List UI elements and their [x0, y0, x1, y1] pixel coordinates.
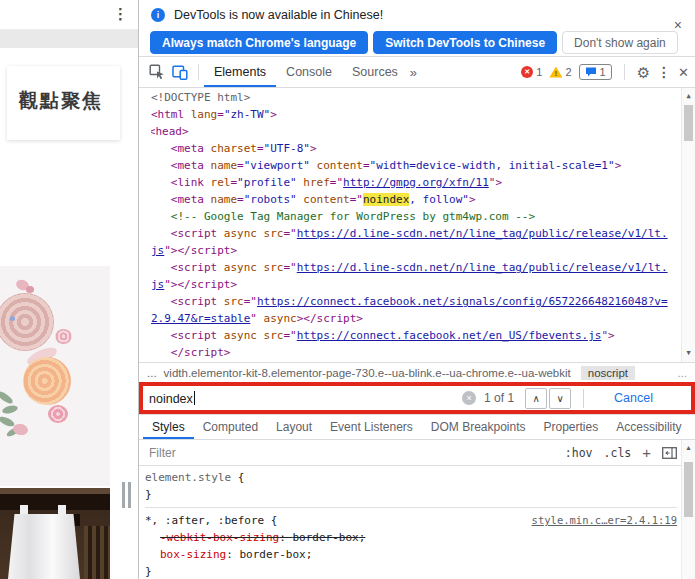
code-line[interactable]: <script async src="https://d.line-scdn.n…	[151, 261, 681, 278]
banner-message: DevTools is now available in Chinese!	[174, 8, 383, 22]
divider	[198, 64, 199, 80]
code-line[interactable]: js"></script>	[151, 278, 681, 295]
issues-icon	[585, 67, 597, 77]
search-input[interactable]: noindex	[149, 391, 462, 406]
code-line[interactable]: 2.9.47&r=stable" async></script>	[151, 312, 681, 329]
interior-photo[interactable]	[0, 488, 110, 579]
tab-elements[interactable]: Elements	[204, 57, 276, 87]
background-page: ⋮ 觀點聚焦	[0, 0, 138, 579]
next-match-button[interactable]: ∨	[549, 388, 571, 409]
tab-styles[interactable]: Styles	[143, 415, 194, 439]
tab-layout[interactable]: Layout	[267, 415, 321, 439]
code-line[interactable]: <script async src="https://d.line-scdn.n…	[151, 227, 681, 244]
previous-match-button[interactable]: ∧	[525, 388, 547, 409]
banner-button-don-t-show-again[interactable]: Don't show again	[562, 31, 678, 54]
issues-badge[interactable]: 1	[579, 64, 612, 80]
banner-button-always-match-chrome-s-language[interactable]: Always match Chrome's language	[150, 31, 368, 54]
breadcrumb-bar: ... vidth.elementor-kit-8.elementor-page…	[139, 362, 695, 382]
style-source-link[interactable]: style.min.c…er=2.4.1:19	[532, 512, 677, 529]
rule-selector[interactable]: element.style	[145, 471, 231, 484]
devtools-panel: i DevTools is now available in Chinese! …	[138, 0, 695, 579]
elements-tree[interactable]: <!DOCTYPE html><html lang="zh-TW">▼<head…	[139, 88, 695, 362]
scrollbar-thumb[interactable]	[684, 462, 693, 517]
more-tabs-icon[interactable]: »	[410, 65, 417, 80]
banner-button-switch-devtools-to-chinese[interactable]: Switch DevTools to Chinese	[373, 31, 557, 54]
devtools-kebab-icon[interactable]: ⋮	[657, 64, 671, 80]
styles-tab-bar: StylesComputedLayoutEvent ListenersDOM B…	[139, 415, 695, 440]
code-line[interactable]: js"></script>	[151, 244, 681, 261]
divider	[624, 64, 625, 80]
scrollbar-thumb[interactable]	[684, 105, 693, 141]
code-line[interactable]: <meta name="viewport" content="width=dev…	[151, 159, 681, 176]
scroll-up-icon[interactable]: ▲	[682, 444, 695, 451]
toggle-hov-button[interactable]: :hov	[565, 446, 593, 460]
issues-count: 1	[600, 66, 606, 78]
page-grey-strip	[0, 30, 138, 48]
tab-computed[interactable]: Computed	[194, 415, 267, 439]
styles-lower-region: Filter :hov .cls + element.style {}*, :a…	[139, 440, 695, 579]
settings-gear-icon[interactable]: ⚙	[637, 65, 650, 80]
css-property[interactable]: box-sizing: border-box;	[145, 546, 677, 563]
status-area: ✕ 1 ! 2 1 ⚙ ⋮ ✕	[521, 64, 689, 80]
tab-event-listeners[interactable]: Event Listeners	[321, 415, 422, 439]
styles-scrollbar[interactable]: ▲	[681, 440, 695, 579]
styles-filter-input[interactable]: Filter	[149, 446, 554, 460]
toggle-cls-button[interactable]: .cls	[604, 446, 632, 460]
devtools-tabs: ElementsConsoleSources	[204, 57, 408, 87]
page-section-card: 觀點聚焦	[7, 66, 120, 140]
code-line[interactable]: ▼<head>	[151, 125, 681, 142]
code-line[interactable]: <meta name="robots" content="noindex, fo…	[151, 193, 681, 210]
code-line[interactable]: </script>	[151, 346, 681, 362]
screenshot-root: ⋮ 觀點聚焦 i DevTools is now available in Ch…	[0, 0, 695, 579]
breadcrumb-selected[interactable]: noscript	[581, 366, 635, 380]
scroll-up-icon[interactable]: ▲	[682, 90, 695, 103]
code-line[interactable]: <script async src="https://connect.faceb…	[151, 329, 681, 346]
warning-count: 2	[565, 66, 571, 78]
text-cursor	[194, 391, 195, 405]
panel-resize-handle[interactable]	[122, 482, 134, 508]
devtools-toolbar: ElementsConsoleSources » ✕ 1 ! 2 1 ⚙ ⋮	[139, 57, 695, 88]
error-badge[interactable]: ✕ 1	[521, 66, 542, 78]
breadcrumb[interactable]: vidth.elementor-kit-8.elementor-page-730…	[164, 367, 571, 379]
info-icon: i	[151, 8, 165, 22]
code-line[interactable]: <meta charset="UTF-8">	[151, 142, 681, 159]
style-rule: element.style {}	[145, 469, 677, 508]
page-topbar: ⋮	[0, 0, 138, 30]
code-line[interactable]: <html lang="zh-TW">	[151, 108, 681, 125]
scroll-down-icon[interactable]: ▼	[682, 347, 695, 360]
error-icon: ✕	[521, 66, 533, 78]
flowers-photo[interactable]	[0, 266, 110, 486]
new-style-rule-button[interactable]: +	[642, 444, 651, 461]
error-count: 1	[536, 66, 542, 78]
banner-close-icon[interactable]: ×	[674, 17, 682, 33]
code-line[interactable]: <link rel="profile" href="http://gmpg.or…	[151, 176, 681, 193]
code-scrollbar[interactable]: ▲ ▼	[681, 88, 695, 362]
device-toolbar-icon[interactable]	[170, 62, 190, 82]
code-line[interactable]: <script src="https://connect.facebook.ne…	[151, 295, 681, 312]
warning-icon: !	[549, 67, 562, 78]
page-kebab-menu-icon[interactable]: ⋮	[113, 4, 128, 24]
match-count: 1 of 1	[484, 391, 514, 405]
rule-selector[interactable]: *, :after, :before	[145, 514, 264, 527]
devtools-close-icon[interactable]: ✕	[678, 65, 689, 80]
crumbs-overflow-right[interactable]: ...	[677, 367, 687, 379]
code-line[interactable]: <!-- Google Tag Manager for WordPress by…	[151, 210, 681, 227]
language-banner: i DevTools is now available in Chinese! …	[139, 0, 695, 57]
clear-search-icon[interactable]: ×	[462, 391, 476, 405]
cancel-search-button[interactable]: Cancel	[608, 390, 659, 406]
warning-badge[interactable]: ! 2	[549, 66, 571, 78]
tab-accessibility[interactable]: Accessibility	[607, 415, 690, 439]
sidebar-toggle-icon[interactable]	[662, 447, 677, 459]
page-heading: 觀點聚焦	[7, 66, 120, 114]
divider	[583, 389, 584, 408]
tab-sources[interactable]: Sources	[342, 57, 408, 87]
css-property[interactable]: -webkit-box-sizing: border-box;	[145, 529, 677, 546]
tab-console[interactable]: Console	[276, 57, 342, 87]
code-line[interactable]: <!DOCTYPE html>	[151, 91, 681, 108]
banner-buttons: Always match Chrome's languageSwitch Dev…	[150, 31, 678, 54]
inspect-element-icon[interactable]	[147, 62, 167, 82]
style-rule: *, :after, :before {style.min.c…er=2.4.1…	[145, 512, 677, 579]
tab-dom-breakpoints[interactable]: DOM Breakpoints	[422, 415, 535, 439]
crumbs-overflow-left[interactable]: ...	[147, 367, 157, 379]
tab-properties[interactable]: Properties	[535, 415, 608, 439]
